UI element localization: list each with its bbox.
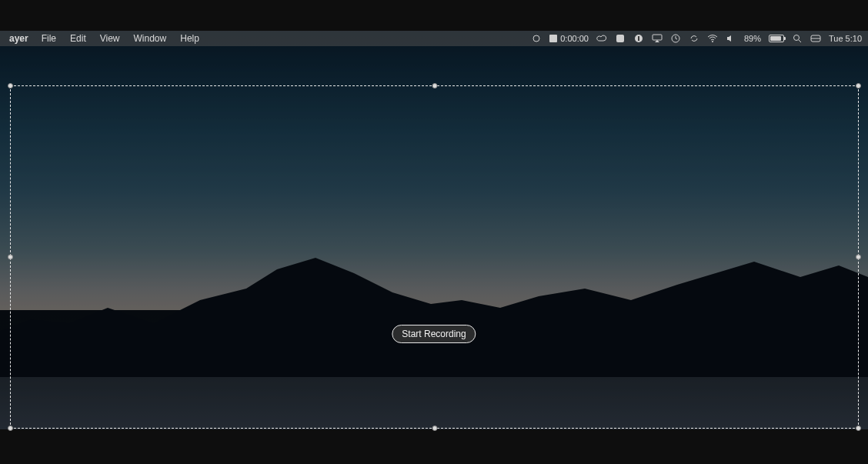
resize-handle-ne[interactable] — [856, 83, 861, 88]
screen-dim-overlay — [0, 31, 868, 429]
svg-line-8 — [799, 40, 801, 42]
volume-icon[interactable] — [726, 33, 736, 44]
menu-help[interactable]: Help — [173, 31, 206, 46]
svg-rect-1 — [616, 35, 624, 42]
menu-edit[interactable]: Edit — [63, 31, 93, 46]
screen-recording-timer[interactable]: 0:00:00 — [549, 34, 589, 43]
svg-rect-3 — [638, 36, 639, 41]
spotlight-icon[interactable] — [792, 33, 803, 44]
menu-view[interactable]: View — [93, 31, 127, 46]
svg-point-7 — [793, 35, 799, 41]
resize-handle-n[interactable] — [432, 83, 437, 88]
macos-menubar: ayer File Edit View Window Help 0:00:00 — [0, 31, 868, 46]
menu-file[interactable]: File — [35, 31, 63, 46]
start-recording-button[interactable]: Start Recording — [392, 325, 476, 343]
menubar-clock[interactable]: Tue 5:10 — [829, 34, 862, 43]
battery-icon[interactable] — [769, 35, 784, 42]
airplay-icon[interactable] — [652, 33, 663, 44]
menubar-app-1-icon[interactable] — [615, 33, 626, 44]
timer-value: 0:00:00 — [560, 34, 589, 43]
menu-window[interactable]: Window — [127, 31, 174, 46]
sync-icon[interactable] — [689, 33, 699, 44]
wifi-icon[interactable] — [707, 33, 718, 44]
time-machine-icon[interactable] — [670, 33, 681, 44]
resize-handle-e[interactable] — [856, 255, 861, 260]
svg-point-0 — [533, 35, 539, 42]
weather-icon[interactable] — [531, 33, 542, 44]
resize-handle-nw[interactable] — [8, 83, 13, 88]
svg-point-6 — [712, 41, 713, 42]
control-center-icon[interactable] — [810, 33, 821, 44]
resize-handle-sw[interactable] — [8, 426, 13, 431]
resize-handle-se[interactable] — [856, 426, 861, 431]
resize-handle-s[interactable] — [432, 426, 437, 431]
app-name[interactable]: ayer — [3, 33, 35, 44]
battery-percentage[interactable]: 89% — [744, 34, 761, 43]
resize-handle-w[interactable] — [8, 255, 13, 260]
svg-rect-4 — [653, 35, 662, 40]
stop-icon — [549, 35, 557, 42]
creative-cloud-icon[interactable] — [596, 33, 607, 44]
menubar-app-2-icon[interactable] — [633, 33, 644, 44]
